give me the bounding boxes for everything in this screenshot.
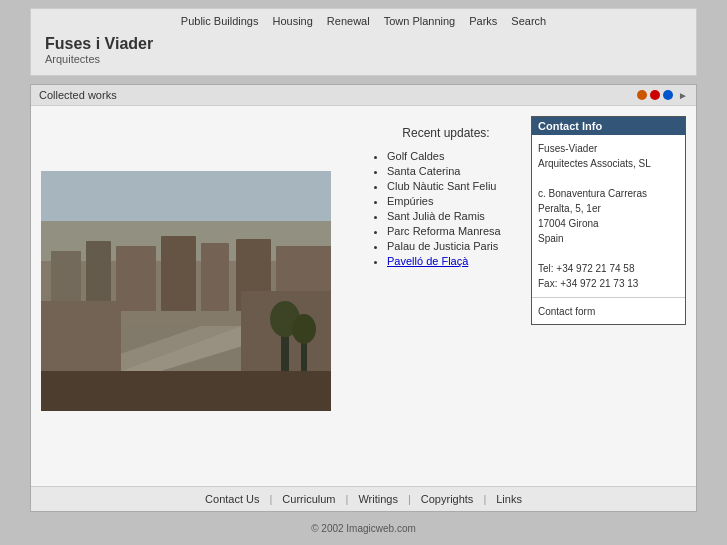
nav-arrow-icon: ► [678, 90, 688, 101]
main-header: Collected works ► [31, 85, 696, 106]
list-item: Santa Caterina [387, 165, 521, 177]
pavello-link[interactable]: Pavelló de Flaçà [387, 255, 468, 267]
list-item: Empúries [387, 195, 521, 207]
contact-spacer-1 [538, 171, 679, 186]
right-section: Contact Info Fuses-Viader Arquitectes As… [531, 116, 686, 476]
site-subtitle: Arquitectes [45, 53, 686, 65]
content-area: Recent updates: Golf Caldes Santa Cateri… [31, 106, 696, 486]
nav-parks[interactable]: Parks [469, 15, 497, 27]
contact-line-5: 17004 Girona [538, 216, 679, 231]
contact-form-link[interactable]: Contact form [538, 306, 595, 317]
list-item: Club Nàutic Sant Feliu [387, 180, 521, 192]
contact-line-2: Arquitectes Associats, SL [538, 156, 679, 171]
contact-line-4: Peralta, 5, 1er [538, 201, 679, 216]
contact-box-footer: Contact form [532, 298, 685, 324]
section-title: Collected works [39, 89, 117, 101]
main-photo [41, 171, 331, 411]
contact-tel: Tel: +34 972 21 74 58 [538, 261, 679, 276]
bottom-nav: Contact Us | Curriculum | Writings | Cop… [31, 486, 696, 511]
site-title: Fuses i Viader [45, 35, 686, 53]
icon-blue [663, 90, 673, 100]
contact-fax: Fax: +34 972 21 73 13 [538, 276, 679, 291]
contact-box-header: Contact Info [532, 117, 685, 135]
contact-line-1: Fuses-Viader [538, 141, 679, 156]
list-item: Golf Caldes [387, 150, 521, 162]
middle-section: Recent updates: Golf Caldes Santa Cateri… [351, 116, 521, 476]
bottom-nav-curriculum[interactable]: Curriculum [272, 493, 345, 505]
left-section [41, 116, 341, 476]
copyright-text: © 2002 Imagicweb.com [311, 523, 416, 534]
contact-spacer-2 [538, 246, 679, 261]
icon-red [650, 90, 660, 100]
bottom-nav-copyrights[interactable]: Copyrights [411, 493, 484, 505]
list-item: Palau de Justicia Paris [387, 240, 521, 252]
contact-line-6: Spain [538, 231, 679, 246]
recent-updates-title: Recent updates: [371, 126, 521, 140]
icon-orange [637, 90, 647, 100]
bottom-nav-writings[interactable]: Writings [348, 493, 408, 505]
contact-line-3: c. Bonaventura Carreras [538, 186, 679, 201]
list-item: Sant Julià de Ramis [387, 210, 521, 222]
header-icons: ► [637, 90, 688, 101]
updates-list: Golf Caldes Santa Caterina Club Nàutic S… [371, 150, 521, 267]
nav-town-planning[interactable]: Town Planning [384, 15, 456, 27]
top-navigation: Public Buildings Housing Renewal Town Pl… [41, 15, 686, 27]
contact-box: Contact Info Fuses-Viader Arquitectes As… [531, 116, 686, 325]
nav-renewal[interactable]: Renewal [327, 15, 370, 27]
bottom-nav-contact[interactable]: Contact Us [195, 493, 269, 505]
nav-search[interactable]: Search [511, 15, 546, 27]
bottom-nav-links[interactable]: Links [486, 493, 532, 505]
top-nav-wrapper: Public Buildings Housing Renewal Town Pl… [30, 8, 697, 76]
footer: © 2002 Imagicweb.com [0, 518, 727, 539]
main-content-wrapper: Collected works ► [30, 84, 697, 512]
nav-housing[interactable]: Housing [272, 15, 312, 27]
list-item-link: Pavelló de Flaçà [387, 255, 521, 267]
contact-box-body: Fuses-Viader Arquitectes Associats, SL c… [532, 135, 685, 298]
nav-public-buildings[interactable]: Public Buildings [181, 15, 259, 27]
list-item: Parc Reforma Manresa [387, 225, 521, 237]
svg-rect-21 [41, 171, 331, 411]
